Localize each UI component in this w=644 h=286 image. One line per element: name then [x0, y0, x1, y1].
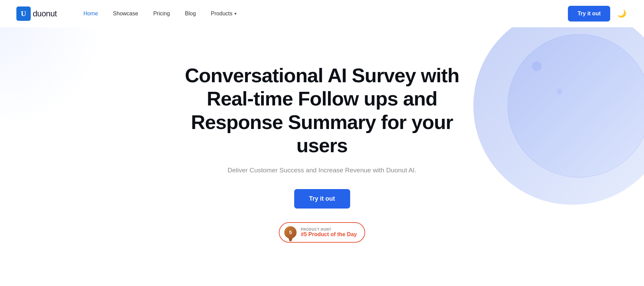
product-hunt-badge[interactable]: 5 PRODUCT HUNT #5 Product of the Day [279, 222, 365, 243]
hero-section: Conversational AI Survey with Real-time … [0, 27, 644, 286]
nav-blog[interactable]: Blog [179, 8, 202, 19]
bg-left-gradient [0, 27, 102, 130]
hero-content: Conversational AI Survey with Real-time … [169, 64, 476, 243]
circle-tiny [557, 89, 562, 94]
navbar: U duonut Home Showcase Pricing Blog Prod… [0, 0, 644, 27]
ph-rank: #5 Product of the Day [301, 231, 357, 238]
circle-outer [473, 27, 644, 205]
logo-text: duonut [33, 9, 57, 18]
logo[interactable]: U duonut [16, 6, 57, 21]
hero-subtitle: Deliver Customer Success and Increase Re… [169, 167, 476, 174]
bg-circles [460, 27, 644, 218]
circle-inner [507, 34, 644, 177]
ph-text: PRODUCT HUNT #5 Product of the Day [301, 228, 357, 238]
nav-right: Try it out 🌙 [568, 6, 628, 22]
hero-cta-button[interactable]: Try it out [294, 189, 350, 209]
ph-label: PRODUCT HUNT [301, 228, 357, 231]
chevron-down-icon: ▾ [234, 11, 237, 16]
dark-mode-icon[interactable]: 🌙 [616, 8, 628, 19]
nav-showcase[interactable]: Showcase [107, 8, 144, 19]
circle-small [532, 61, 542, 71]
product-hunt-badge-wrap: 5 PRODUCT HUNT #5 Product of the Day [169, 219, 476, 243]
nav-links: Home Showcase Pricing Blog Products ▾ [77, 8, 568, 19]
nav-home[interactable]: Home [77, 8, 104, 19]
ph-medal: 5 [284, 226, 297, 239]
nav-products[interactable]: Products ▾ [205, 8, 243, 19]
nav-cta-button[interactable]: Try it out [568, 6, 610, 22]
logo-icon: U [16, 6, 31, 21]
hero-title: Conversational AI Survey with Real-time … [169, 64, 476, 157]
nav-pricing[interactable]: Pricing [147, 8, 176, 19]
hero-cta-wrap: Try it out [169, 189, 476, 219]
